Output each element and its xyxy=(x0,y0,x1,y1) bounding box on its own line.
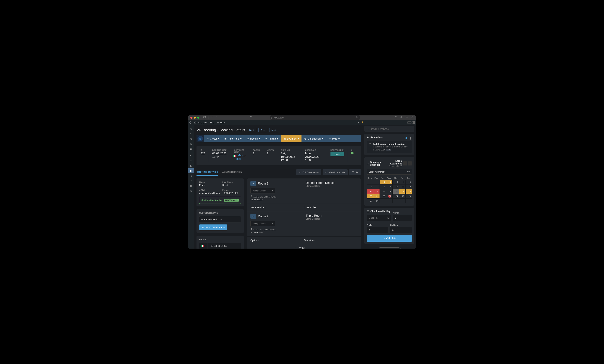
svg-point-28 xyxy=(251,228,252,229)
sidebar-users[interactable] xyxy=(188,163,194,168)
sidebar-comments[interactable] xyxy=(188,147,194,152)
nav-rateplans[interactable]: Rate Plans ▾ xyxy=(222,135,244,142)
registration-button[interactable]: none xyxy=(330,152,344,156)
shield-icon[interactable] xyxy=(250,116,252,119)
svg-rect-31 xyxy=(367,163,368,164)
sidebar-media[interactable] xyxy=(188,137,194,142)
nav-rooms[interactable]: Rooms ▾ xyxy=(244,135,263,142)
page-title: Vik Booking - Booking Details xyxy=(197,128,245,132)
cal-next[interactable]: › xyxy=(408,162,412,165)
resend-button[interactable]: Re xyxy=(349,169,361,175)
svg-point-12 xyxy=(190,176,190,176)
svg-point-10 xyxy=(190,165,191,166)
nav-pms[interactable]: PMS ▾ xyxy=(326,135,342,142)
close-panel-icon[interactable]: ✕ xyxy=(358,121,360,124)
customer-email-input[interactable] xyxy=(199,216,241,223)
sidebar-dashboard[interactable] xyxy=(188,126,194,132)
next-button[interactable]: Next xyxy=(269,128,278,132)
window-close[interactable] xyxy=(190,117,192,119)
wp-logo[interactable] xyxy=(189,121,191,124)
forward-icon[interactable] xyxy=(215,116,218,119)
reminder-item[interactable]: Call the guest for confirmation Make sur… xyxy=(367,141,412,153)
sidebar-plugin[interactable] xyxy=(188,158,194,163)
sidebar-booking[interactable] xyxy=(188,168,194,173)
calendar-icon[interactable] xyxy=(387,216,390,219)
brand-logo[interactable]: e xyxy=(197,135,204,142)
wp-admin-bar: VCM Dev 0 New ✕ xyxy=(188,120,416,125)
panel-toggle[interactable] xyxy=(407,121,415,124)
new-tab-icon[interactable] xyxy=(405,116,408,119)
bell-icon[interactable] xyxy=(361,121,364,124)
adults-input[interactable] xyxy=(367,227,389,233)
tab-admin[interactable]: ADMINISTRATION xyxy=(222,169,242,176)
tabs-icon[interactable] xyxy=(411,116,414,119)
nav-management[interactable]: Management ▾ xyxy=(302,135,326,142)
back-icon[interactable] xyxy=(211,116,213,119)
nights-input[interactable] xyxy=(393,215,412,221)
sidebar-settings[interactable] xyxy=(188,178,194,184)
download-icon[interactable] xyxy=(395,116,397,119)
window-minimize[interactable] xyxy=(194,117,196,119)
chevron-down-icon[interactable] xyxy=(294,247,297,249)
customize-widgets-button[interactable]: Customize Widgets xyxy=(378,247,401,249)
sidebar-pin[interactable] xyxy=(188,132,194,137)
svg-rect-4 xyxy=(411,117,413,118)
wp-new[interactable]: New xyxy=(217,121,225,124)
nav-global[interactable]: Global ▾ xyxy=(204,135,222,142)
customer-info-panel: NameMarco Last NameRossi e-Mailexample@m… xyxy=(197,178,244,206)
sidebar-tools[interactable] xyxy=(188,153,194,158)
refresh-icon[interactable] xyxy=(356,116,358,119)
svg-rect-15 xyxy=(190,185,191,186)
calculate-button[interactable]: Calculate xyxy=(367,235,412,242)
svg-rect-2 xyxy=(271,117,272,118)
svg-point-19 xyxy=(190,190,191,192)
svg-rect-11 xyxy=(190,170,191,172)
svg-point-27 xyxy=(251,196,252,196)
add-reminder-icon[interactable] xyxy=(405,137,407,140)
url-text: vikwp.com xyxy=(274,116,284,119)
share-icon[interactable] xyxy=(400,116,403,119)
svg-rect-18 xyxy=(191,186,192,187)
svg-rect-21 xyxy=(225,138,226,139)
back-button[interactable]: Back xyxy=(247,128,256,132)
url-bar[interactable]: vikwp.com xyxy=(270,115,360,120)
apartment-select[interactable]: Large Apartment× ▾ xyxy=(367,169,412,175)
sidebar-toggle-icon[interactable] xyxy=(203,116,206,119)
reminder-checkbox[interactable] xyxy=(369,143,371,145)
main-nav: e Global ▾ Rate Plans ▾ Rooms ▾ Pricing … xyxy=(197,135,361,142)
nav-bookings[interactable]: Bookings ▾ xyxy=(281,135,302,142)
country-flag-select[interactable]: ▾ xyxy=(199,243,207,249)
window-maximize[interactable] xyxy=(197,117,199,119)
calendar-grid: SunMonTueWedThuFriSat 12345 6789101112 1… xyxy=(367,176,412,203)
search-widgets-input[interactable]: Search widgets xyxy=(364,126,414,132)
tab-details[interactable]: BOOKING DETAILS xyxy=(197,169,218,176)
wp-site-link[interactable]: VCM Dev xyxy=(194,121,207,124)
sidebar-share[interactable] xyxy=(188,173,194,178)
children-input[interactable] xyxy=(390,227,412,233)
sidebar-pages[interactable] xyxy=(188,142,194,147)
svg-rect-17 xyxy=(190,186,191,187)
assign-unit-select-2[interactable]: Assign Unit #▾ xyxy=(251,221,275,226)
svg-rect-22 xyxy=(266,138,267,139)
prev-button[interactable]: Prev xyxy=(258,128,267,132)
svg-rect-16 xyxy=(191,185,192,186)
sidebar-grid[interactable] xyxy=(188,184,194,188)
svg-rect-33 xyxy=(388,217,389,218)
assign-unit-select-1[interactable]: Assign Unit #▾ xyxy=(251,188,275,193)
send-email-button[interactable]: Send Custom Email xyxy=(199,225,227,230)
wp-comments[interactable]: 0 xyxy=(210,121,214,124)
bed-icon xyxy=(251,214,256,219)
edit-reservation-button[interactable]: Edit Reservation xyxy=(296,169,321,175)
cal-prev[interactable]: ‹ xyxy=(403,162,407,165)
nav-pricing[interactable]: Pricing ▾ xyxy=(263,135,281,142)
view-front-button[interactable]: View in front site xyxy=(323,169,348,175)
status-indicator xyxy=(351,152,353,154)
customer-link[interactable]: Marco Rossi xyxy=(233,154,246,161)
svg-rect-24 xyxy=(284,138,285,139)
more-icon[interactable]: ⋮ xyxy=(409,137,412,140)
bed-icon xyxy=(251,181,256,186)
phone-input[interactable] xyxy=(207,243,241,249)
svg-point-29 xyxy=(367,128,368,129)
svg-point-13 xyxy=(191,175,191,176)
sidebar-collapse[interactable] xyxy=(188,188,194,194)
